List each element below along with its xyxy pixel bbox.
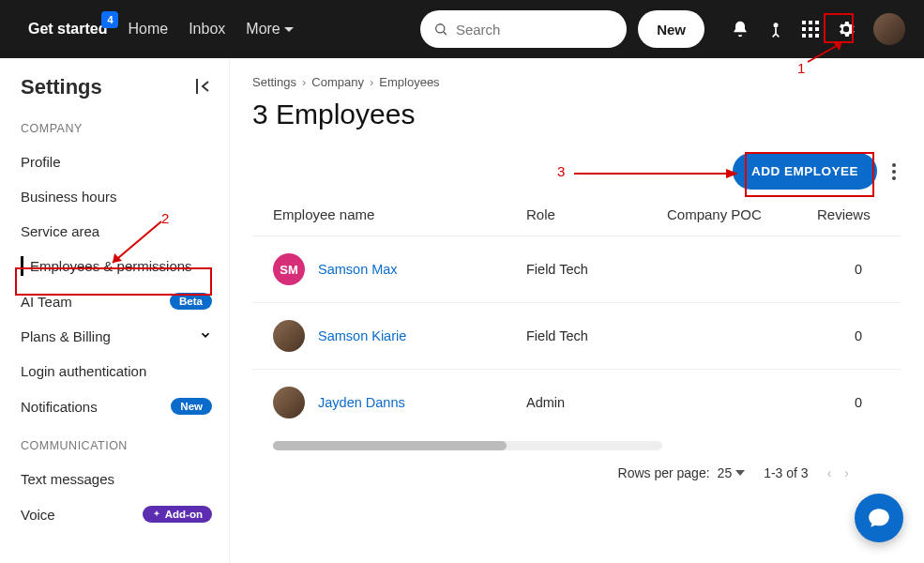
breadcrumb-settings[interactable]: Settings bbox=[252, 75, 296, 89]
rpp-select[interactable]: 25 bbox=[718, 465, 746, 480]
breadcrumb-employees[interactable]: Employees bbox=[379, 75, 439, 89]
employee-avatar bbox=[273, 387, 305, 418]
sidebar-item-plans-billing[interactable]: Plans & Billing bbox=[0, 319, 229, 354]
bell-icon[interactable] bbox=[731, 20, 750, 38]
horizontal-scrollbar[interactable] bbox=[273, 441, 662, 450]
sparkle-icon bbox=[152, 510, 161, 519]
nav-more[interactable]: More bbox=[246, 21, 293, 38]
table-row[interactable]: Samson Kiarie Field Tech 0 bbox=[252, 302, 901, 369]
collapse-sidebar-icon[interactable] bbox=[195, 79, 212, 97]
svg-rect-6 bbox=[802, 27, 806, 31]
nav-home[interactable]: Home bbox=[128, 21, 168, 38]
nav-get-started[interactable]: Get started 4 bbox=[28, 21, 107, 38]
col-header-poc[interactable]: Company POC bbox=[667, 206, 817, 222]
pagination-range: 1-3 of 3 bbox=[764, 465, 808, 480]
nav-more-label: More bbox=[246, 21, 280, 38]
addon-badge: Add-on bbox=[143, 506, 212, 523]
new-badge: New bbox=[171, 398, 212, 415]
pagination-arrows: ‹ › bbox=[827, 465, 849, 480]
add-employee-button[interactable]: ADD EMPLOYEE bbox=[733, 153, 877, 190]
sidebar-item-employees-permissions[interactable]: Employees & permissions bbox=[0, 249, 229, 283]
table-actions: ADD EMPLOYEE bbox=[252, 153, 901, 190]
svg-rect-9 bbox=[802, 34, 806, 38]
sidebar-item-login-auth[interactable]: Login authentication bbox=[0, 354, 229, 388]
chat-icon bbox=[867, 506, 891, 530]
search-box[interactable] bbox=[420, 10, 627, 48]
prev-page-button[interactable]: ‹ bbox=[827, 465, 832, 480]
svg-rect-5 bbox=[815, 21, 819, 24]
employee-reviews: 0 bbox=[817, 395, 881, 410]
get-started-badge: 4 bbox=[101, 11, 118, 28]
sidebar-item-service-area[interactable]: Service area bbox=[0, 214, 229, 249]
sidebar-item-voice[interactable]: Voice Add-on bbox=[0, 496, 229, 532]
sidebar-header: Settings bbox=[0, 75, 229, 116]
pagination: Rows per page: 25 1-3 of 3 ‹ › bbox=[252, 450, 901, 480]
sidebar-item-profile[interactable]: Profile bbox=[0, 145, 229, 179]
employee-reviews: 0 bbox=[817, 262, 881, 277]
user-avatar[interactable] bbox=[873, 13, 905, 45]
more-options-button[interactable] bbox=[886, 158, 901, 186]
map-pin-icon[interactable] bbox=[766, 19, 785, 39]
sidebar-item-text-messages[interactable]: Text messages bbox=[0, 462, 229, 496]
svg-rect-11 bbox=[815, 34, 819, 38]
sidebar-item-ai-team[interactable]: AI Team Beta bbox=[0, 283, 229, 319]
chevron-down-icon bbox=[284, 27, 294, 32]
next-page-button[interactable]: › bbox=[844, 465, 849, 480]
top-nav: Get started 4 Home Inbox More bbox=[28, 21, 294, 38]
nav-inbox[interactable]: Inbox bbox=[189, 21, 225, 38]
employees-table: Employee name Role Company POC Reviews S… bbox=[252, 199, 901, 435]
svg-line-1 bbox=[444, 32, 447, 35]
apps-grid-icon[interactable] bbox=[802, 21, 819, 38]
settings-sidebar: Settings COMPANY Profile Business hours … bbox=[0, 58, 230, 563]
breadcrumb: Settings › Company › Employees bbox=[252, 75, 901, 89]
breadcrumb-separator: › bbox=[370, 75, 373, 89]
chevron-down-icon bbox=[199, 328, 212, 344]
breadcrumb-company[interactable]: Company bbox=[311, 75, 364, 89]
table-row[interactable]: Jayden Danns Admin 0 bbox=[252, 369, 901, 435]
nav-get-started-label: Get started bbox=[28, 21, 107, 37]
employee-name-link[interactable]: Jayden Danns bbox=[318, 395, 405, 410]
employee-name-link[interactable]: Samson Kiarie bbox=[318, 328, 406, 343]
employee-name-link[interactable]: Samson Max bbox=[318, 262, 398, 277]
main-content: Settings › Company › Employees 3 Employe… bbox=[230, 58, 924, 563]
page-title: 3 Employees bbox=[252, 99, 901, 130]
breadcrumb-separator: › bbox=[302, 75, 306, 89]
svg-rect-7 bbox=[809, 27, 812, 31]
col-header-name[interactable]: Employee name bbox=[273, 206, 526, 222]
svg-rect-3 bbox=[802, 21, 806, 24]
sidebar-section-communication: COMMUNICATION bbox=[0, 434, 229, 462]
employee-role: Field Tech bbox=[526, 262, 667, 277]
svg-point-2 bbox=[774, 23, 779, 27]
employee-avatar: SM bbox=[273, 253, 305, 285]
sidebar-section-company: COMPANY bbox=[0, 116, 229, 145]
employee-avatar bbox=[273, 320, 305, 352]
beta-badge: Beta bbox=[170, 293, 212, 310]
svg-rect-8 bbox=[815, 27, 819, 31]
search-input[interactable] bbox=[456, 22, 613, 38]
employee-reviews: 0 bbox=[817, 328, 881, 343]
rpp-label: Rows per page: bbox=[618, 465, 710, 480]
employee-role: Field Tech bbox=[526, 328, 667, 343]
search-icon bbox=[433, 21, 448, 38]
employee-role: Admin bbox=[526, 395, 667, 410]
new-button[interactable]: New bbox=[638, 10, 704, 48]
svg-rect-4 bbox=[809, 21, 812, 24]
col-header-role[interactable]: Role bbox=[526, 206, 667, 222]
sidebar-item-notifications[interactable]: Notifications New bbox=[0, 388, 229, 424]
table-header: Employee name Role Company POC Reviews bbox=[252, 199, 901, 236]
sidebar-title: Settings bbox=[21, 75, 102, 99]
topbar-icons bbox=[731, 13, 905, 45]
topbar-right: New bbox=[420, 10, 905, 48]
svg-point-0 bbox=[436, 24, 445, 33]
gear-icon[interactable] bbox=[836, 19, 856, 39]
rows-per-page: Rows per page: 25 bbox=[618, 465, 746, 480]
table-row[interactable]: SM Samson Max Field Tech 0 bbox=[252, 236, 901, 302]
chat-fab[interactable] bbox=[855, 494, 903, 542]
sidebar-item-business-hours[interactable]: Business hours bbox=[0, 179, 229, 214]
svg-rect-10 bbox=[809, 34, 812, 38]
caret-down-icon bbox=[735, 470, 745, 476]
top-bar: Get started 4 Home Inbox More New bbox=[0, 0, 924, 58]
col-header-reviews[interactable]: Reviews bbox=[817, 206, 889, 222]
